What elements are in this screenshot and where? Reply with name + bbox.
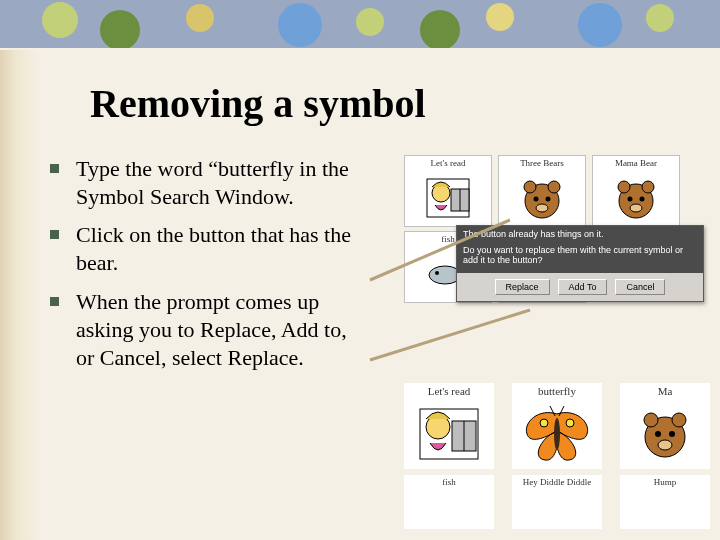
bullet-text: When the prompt comes up asking you to R… [76,288,370,372]
svg-point-47 [658,440,672,450]
bullet-square-icon [50,230,59,239]
bear-icon [593,170,679,226]
svg-point-17 [548,181,560,193]
svg-point-29 [435,271,439,275]
svg-point-46 [669,431,675,437]
svg-point-23 [642,181,654,193]
symbol-cell-hump[interactable]: Hump [620,475,710,529]
blank-icon [620,489,710,529]
svg-point-39 [566,419,574,427]
dialog-message: Do you want to replace them with the cur… [457,242,703,273]
symbol-grid-row: Let's read Three Bears Mama Bear [404,155,710,227]
svg-point-43 [644,413,658,427]
symbol-label: Let's read [404,383,494,399]
svg-point-8 [578,3,622,47]
svg-point-20 [536,204,548,212]
girl-book-icon [405,170,491,226]
svg-point-25 [640,197,645,202]
bullet-item: Type the word “butterfly in the Symbol S… [50,155,370,211]
svg-point-26 [630,204,642,212]
svg-point-38 [540,419,548,427]
symbol-grid-row: fish Hey Diddle Diddle Hump [404,475,710,529]
symbol-label: Let's read [405,156,491,170]
svg-point-16 [524,181,536,193]
svg-point-37 [554,418,560,450]
bullet-item: Click on the button that has the bear. [50,221,370,277]
svg-point-1 [42,2,78,38]
bullet-item: When the prompt comes up asking you to R… [50,288,370,372]
svg-point-5 [356,8,384,36]
blank-icon [404,489,494,529]
app-preview: Let's read Three Bears Mama Bear [380,155,710,515]
svg-point-9 [646,4,674,32]
symbol-label: butterfly [512,383,602,399]
svg-point-44 [672,413,686,427]
svg-point-3 [186,4,214,32]
symbol-label: fish [404,475,494,489]
symbol-label: Ma [620,383,710,399]
symbol-cell-lets-read[interactable]: Let's read [404,383,494,469]
symbol-label: Three Bears [499,156,585,170]
symbol-label: Hump [620,475,710,489]
svg-point-4 [278,3,322,47]
svg-point-18 [534,197,539,202]
bullet-text: Click on the button that has the bear. [76,221,370,277]
symbol-cell-ma[interactable]: Ma [620,383,710,469]
symbol-cell-lets-read[interactable]: Let's read [404,155,492,227]
bullet-square-icon [50,164,59,173]
replace-prompt-dialog: The button already has things on it. Do … [456,225,704,302]
symbol-label: Mama Bear [593,156,679,170]
bullet-list: Type the word “butterfly in the Symbol S… [50,155,370,515]
symbol-cell-mama-bear[interactable]: Mama Bear [592,155,680,227]
blank-icon [512,489,602,529]
svg-point-7 [486,3,514,31]
symbol-cell-fish[interactable]: fish [404,475,494,529]
bear-icon [620,399,710,469]
symbol-label: Hey Diddle Diddle [512,475,602,489]
slide-title: Removing a symbol [90,80,720,127]
bear-icon [499,170,585,226]
bullet-square-icon [50,297,59,306]
svg-point-22 [618,181,630,193]
symbol-cell-three-bears[interactable]: Three Bears [498,155,586,227]
svg-rect-10 [0,48,720,60]
dialog-title: The button already has things on it. [457,226,703,242]
girl-book-icon [404,399,494,469]
svg-point-2 [100,10,140,50]
add-to-button[interactable]: Add To [558,279,608,295]
symbol-cell-butterfly[interactable]: butterfly [512,383,602,469]
floral-banner [0,0,720,60]
svg-point-24 [628,197,633,202]
cancel-button[interactable]: Cancel [615,279,665,295]
symbol-grid-row: Let's read butterfly Ma [404,383,710,469]
svg-point-6 [420,10,460,50]
bullet-text: Type the word “butterfly in the Symbol S… [76,155,370,211]
replace-button[interactable]: Replace [495,279,550,295]
svg-point-45 [655,431,661,437]
svg-point-19 [546,197,551,202]
symbol-cell-hey-diddle[interactable]: Hey Diddle Diddle [512,475,602,529]
dialog-button-row: Replace Add To Cancel [457,273,703,301]
butterfly-icon [512,399,602,469]
